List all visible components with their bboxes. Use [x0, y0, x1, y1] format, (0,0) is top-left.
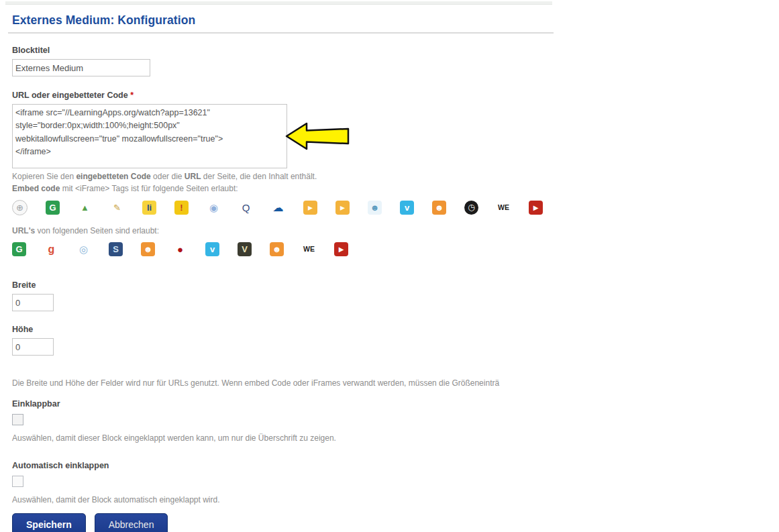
url-code-textarea[interactable]: <iframe src="//LearningApps.org/watch?ap… — [12, 104, 287, 168]
page-title: Externes Medium: Konfiguration — [12, 13, 779, 28]
youtube-icon: ▶ — [334, 242, 348, 256]
youtube-icon: ▶ — [529, 201, 543, 215]
hoehe-label: Höhe — [12, 325, 779, 334]
vimeo-icon: v — [400, 201, 414, 215]
google-docs-icon: G — [46, 201, 60, 215]
embed-hint-1: Kopieren Sie den eingebetteten Code oder… — [12, 171, 779, 182]
cancel-button[interactable]: Abbrechen — [95, 513, 168, 532]
einklappbar-label: Einklappbar — [12, 399, 779, 409]
lino-icon: ! — [174, 201, 189, 215]
auto-einklappen-label: Automatisch einklappen — [12, 461, 779, 470]
hoehe-input[interactable] — [12, 338, 54, 356]
save-button[interactable]: Speichern — [12, 513, 86, 532]
sphere-icon: ◉ — [207, 201, 221, 215]
auto-einklappen-hint: Auswählen, damit der Block automatisch e… — [12, 494, 779, 505]
breite-input[interactable] — [12, 294, 54, 311]
slideshare-icon: ☻ — [368, 201, 382, 215]
padlet-icon: ▸ — [303, 201, 317, 215]
blocktitel-input[interactable] — [12, 59, 150, 76]
url-allowed-sites-row: Gg◎S☻●vV☻WE▶ — [12, 242, 779, 256]
wevideo-icon: WE — [302, 242, 316, 256]
required-asterisk: * — [130, 91, 134, 100]
pencil-sketch-icon: ✎ — [110, 201, 124, 215]
voki-icon: ☻ — [432, 201, 446, 215]
config-page: Externes Medium: Konfiguration Blocktite… — [0, 0, 779, 532]
url-code-label: URL oder eingebetteter Code * — [12, 91, 779, 100]
google-docs-icon: G — [12, 242, 26, 256]
s-wave-icon: S — [109, 242, 123, 256]
url-allowed-label: URL's von folgenden Seiten sind erlaubt: — [12, 226, 779, 235]
size-hint: Die Breite und Höhe der Felder wird nur … — [12, 378, 779, 388]
onedrive-icon: ☁ — [271, 201, 285, 215]
title-rule — [8, 32, 554, 34]
padlet-icon-2: ▸ — [335, 201, 350, 215]
button-row: Speichern Abbrechen — [12, 513, 779, 532]
top-divider — [5, 1, 552, 5]
wevideo-icon: WE — [497, 201, 511, 215]
globe-icon: ⊕ — [12, 200, 28, 215]
v-badge-icon: V — [238, 242, 252, 256]
auto-einklappen-checkbox[interactable] — [12, 476, 23, 487]
vimeo-icon: v — [205, 242, 219, 256]
rings-icon: ◎ — [76, 242, 91, 256]
voki-icon-2: ☻ — [270, 242, 284, 256]
google-icon: g — [44, 242, 58, 256]
breite-label: Breite — [12, 280, 779, 290]
embed-hint-2: Embed code mit <iFrame> Tags ist für fol… — [12, 183, 779, 194]
clock-icon: ◷ — [464, 201, 478, 215]
google-drive-icon: ▲ — [78, 201, 92, 215]
apple-icon: ● — [173, 242, 187, 256]
einklappbar-hint: Auswählen, damit dieser Block eingeklapp… — [12, 433, 779, 443]
einklappbar-checkbox[interactable] — [12, 414, 23, 425]
voki-icon: ☻ — [141, 242, 155, 256]
quizlet-icon: Q — [239, 201, 253, 215]
learningapps-icon: li — [142, 201, 156, 215]
embed-allowed-sites-row: ⊕G▲✎li!◉Q☁▸▸☻v☻◷WE▶ — [12, 200, 779, 215]
blocktitel-label: Blocktitel — [12, 46, 779, 55]
callout-arrow-icon — [284, 121, 350, 152]
